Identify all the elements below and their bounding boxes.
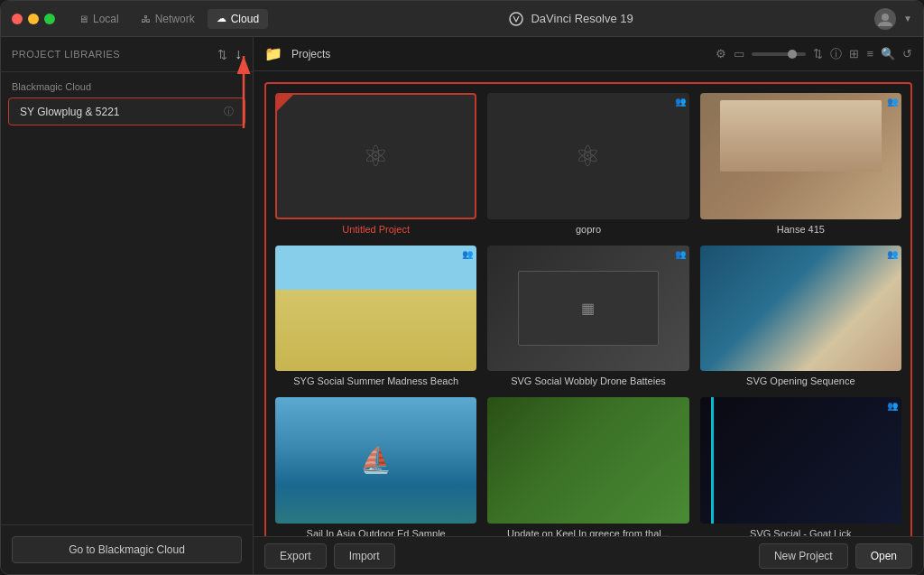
sidebar-header-icons: ⇅ ↓ <box>217 46 242 62</box>
view-icon[interactable]: ▭ <box>734 47 744 60</box>
maximize-button[interactable] <box>44 14 55 24</box>
project-name-4: SYG Social Summer Madness Beach <box>293 376 458 386</box>
cloud-sync-icon[interactable]: ⚙ <box>716 47 726 60</box>
sort-order-icon[interactable]: ⇅ <box>813 47 823 60</box>
tab-network[interactable]: 🖧 Network <box>132 9 204 29</box>
project-thumb-9[interactable]: 👥 <box>700 397 901 524</box>
library-name: SY Glowplug & 5221 <box>20 106 120 118</box>
tab-group: 🖥 Local 🖧 Network ☁ Cloud <box>69 9 268 29</box>
tab-local[interactable]: 🖥 Local <box>69 9 128 29</box>
project-item-6[interactable]: 👥 SVG Opening Sequence <box>700 246 901 387</box>
svg-point-1 <box>882 14 889 21</box>
window-controls <box>12 14 55 24</box>
project-name-6: SVG Opening Sequence <box>746 376 855 386</box>
project-name-5: SVG Social Wobbly Drone Batteies <box>511 376 666 386</box>
shared-icon-9: 👥 <box>887 401 898 411</box>
panel-title: Projects <box>291 48 330 60</box>
project-thumb-4[interactable]: 👥 <box>275 246 476 372</box>
refresh-icon[interactable]: ↺ <box>902 47 912 60</box>
network-icon: 🖧 <box>141 14 151 24</box>
svg-point-0 <box>510 13 522 25</box>
avatar-icon <box>874 8 896 30</box>
avatar[interactable] <box>874 8 896 30</box>
resolve-logo-icon <box>509 12 523 26</box>
main-panel: 📁 Projects ⚙ ▭ ⇅ ⓘ ⊞ ≡ 🔍 ↺ <box>254 37 923 574</box>
project-thumb-8[interactable] <box>487 397 688 524</box>
sort-icon[interactable]: ⇅ <box>217 48 227 61</box>
open-button[interactable]: Open <box>855 543 912 569</box>
project-name-2: gopro <box>576 224 601 235</box>
list-view-icon[interactable]: ≡ <box>866 47 873 60</box>
new-project-button[interactable]: New Project <box>759 543 848 569</box>
project-item-4[interactable]: 👥 SYG Social Summer Madness Beach <box>275 246 476 387</box>
project-thumb-3[interactable]: 👥 <box>700 93 901 219</box>
project-name-9: SVG Social - Goat Lick <box>750 528 852 536</box>
shared-icon-2: 👥 <box>675 97 686 107</box>
resolve-symbol-icon-2: ⚛ <box>575 139 601 173</box>
panel-folder-icon: 📁 <box>264 45 282 62</box>
project-thumb-5[interactable]: 👥 ▦ <box>487 246 688 372</box>
title-bar: 🖥 Local 🖧 Network ☁ Cloud DaVinci Resolv <box>1 1 923 37</box>
projects-grid: ⚛ Untitled Project 👥 ⚛ <box>264 82 912 536</box>
local-icon: 🖥 <box>79 14 88 24</box>
panel-header: 📁 Projects ⚙ ▭ ⇅ ⓘ ⊞ ≡ 🔍 ↺ <box>254 37 923 71</box>
project-item-5[interactable]: 👥 ▦ SVG Social Wobbly Drone Batteies <box>487 246 688 387</box>
title-center: DaVinci Resolve 19 <box>282 12 860 26</box>
sidebar-title: Project Libraries <box>12 49 120 60</box>
sidebar-footer: Go to Blackmagic Cloud <box>1 524 253 574</box>
bottom-bar: Export Import New Project Open <box>254 536 923 574</box>
search-icon[interactable]: 🔍 <box>881 47 895 60</box>
close-button[interactable] <box>12 14 23 24</box>
selected-corner-icon <box>277 95 293 111</box>
cyan-line <box>711 397 714 524</box>
panel-header-icons: ⚙ ▭ ⇅ ⓘ ⊞ ≡ 🔍 ↺ <box>716 46 912 62</box>
add-library-icon[interactable]: ↓ <box>235 46 242 62</box>
import-button[interactable]: Import <box>334 543 395 569</box>
library-info-icon: ⓘ <box>224 105 234 118</box>
project-item-8[interactable]: Update on Keel In greece from thal... <box>487 397 688 536</box>
size-slider[interactable] <box>752 52 806 56</box>
project-name-8: Update on Keel In greece from thal... <box>507 528 670 536</box>
project-name-7: Sail In Asia Outdoor Ed Sample <box>307 528 446 536</box>
grid-view-icon[interactable]: ⊞ <box>849 47 859 60</box>
project-thumb-1[interactable]: ⚛ <box>275 93 476 219</box>
main-content: Project Libraries ⇅ ↓ Blackmagic Cloud S… <box>1 37 923 574</box>
project-name-1: Untitled Project <box>342 224 410 235</box>
project-item-7[interactable]: ⛵ Sail In Asia Outdoor Ed Sample <box>275 397 476 536</box>
cloud-icon: ☁ <box>217 13 226 24</box>
tab-cloud[interactable]: ☁ Cloud <box>208 9 268 29</box>
minimize-button[interactable] <box>28 14 39 24</box>
export-button[interactable]: Export <box>264 543 327 569</box>
resolve-symbol-icon: ⚛ <box>363 139 389 173</box>
title-right: ▼ <box>874 8 912 30</box>
project-item-3[interactable]: 👥 Hanse 415 <box>700 93 901 235</box>
tab-local-label: Local <box>93 13 119 25</box>
thumb-inner-1: ⚛ <box>277 95 475 218</box>
sidebar-header: Project Libraries ⇅ ↓ <box>1 37 253 72</box>
tab-cloud-label: Cloud <box>231 13 259 25</box>
project-thumb-2[interactable]: 👥 ⚛ <box>487 93 688 219</box>
project-name-3: Hanse 415 <box>777 224 825 235</box>
tab-network-label: Network <box>155 13 195 25</box>
shared-icon-6: 👥 <box>887 249 898 259</box>
app-title: DaVinci Resolve 19 <box>531 12 633 25</box>
project-item-1[interactable]: ⚛ Untitled Project <box>275 93 476 235</box>
info-icon[interactable]: ⓘ <box>830 46 842 62</box>
sidebar: Project Libraries ⇅ ↓ Blackmagic Cloud S… <box>1 37 254 574</box>
project-thumb-7[interactable]: ⛵ <box>275 397 476 524</box>
project-item-9[interactable]: 👥 SVG Social - Goat Lick <box>700 397 901 536</box>
sidebar-section: Blackmagic Cloud <box>1 72 253 97</box>
projects-grid-container: ⚛ Untitled Project 👥 ⚛ <box>254 71 923 536</box>
shared-icon-5: 👥 <box>675 249 686 259</box>
go-to-cloud-button[interactable]: Go to Blackmagic Cloud <box>12 536 242 563</box>
chevron-down-icon[interactable]: ▼ <box>903 14 912 23</box>
library-item[interactable]: SY Glowplug & 5221 ⓘ <box>8 97 245 125</box>
thumb-inner-2: ⚛ <box>487 93 688 219</box>
shared-icon-4: 👥 <box>462 249 473 259</box>
project-item-2[interactable]: 👥 ⚛ gopro <box>487 93 688 235</box>
project-thumb-6[interactable]: 👥 <box>700 246 901 372</box>
shared-icon-3: 👥 <box>887 97 898 107</box>
